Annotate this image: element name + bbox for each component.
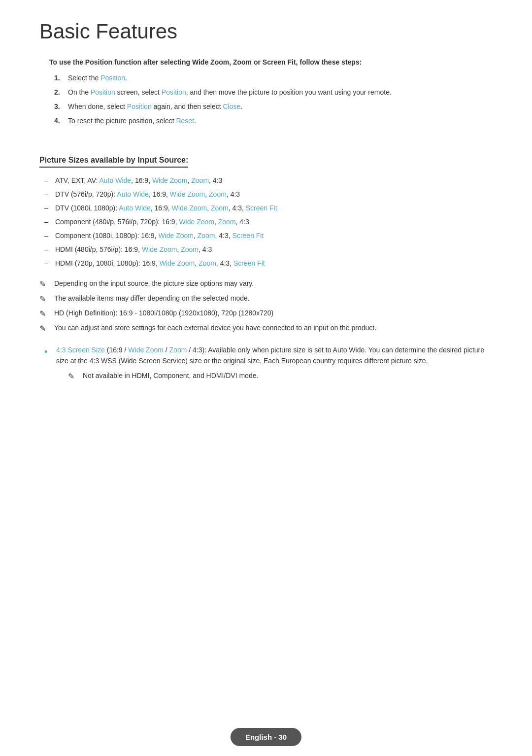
page-footer: English - 30 [231, 728, 301, 746]
step-2-num: 2. [54, 87, 64, 98]
bullet-section: • 4:3 Screen Size (16:9 / Wide Zoom / Zo… [39, 344, 493, 382]
sub-note-icon: ✎ [68, 371, 79, 382]
auto-wide-1[interactable]: Auto Wide [100, 176, 132, 184]
note-2: ✎ The available items may differ dependi… [39, 293, 493, 305]
ordered-steps: 1. Select the Position. 2. On the Positi… [49, 73, 493, 126]
hdmi1-text: HDMI (480i/p, 576i/p): 16:9, Wide Zoom, … [55, 244, 212, 255]
note-icon-3: ✎ [39, 308, 50, 320]
dash-2: – [44, 189, 51, 200]
step-4-num: 4. [54, 116, 64, 126]
zoom-7[interactable]: Zoom [199, 259, 216, 267]
input-source-list: – ATV, EXT, AV: Auto Wide, 16:9, Wide Zo… [39, 175, 493, 269]
reset-link[interactable]: Reset [176, 117, 194, 125]
dash-4: – [44, 217, 51, 227]
instruction-block: To use the Position function after selec… [39, 58, 493, 126]
step-4: 4. To reset the picture position, select… [54, 116, 493, 126]
picture-sizes-section: Picture Sizes available by Input Source:… [39, 141, 493, 382]
wide-zoom-2[interactable]: Wide Zoom [170, 190, 205, 198]
notes-section: ✎ Depending on the input source, the pic… [39, 278, 493, 335]
list-item-comp1: – Component (480i/p, 576i/p, 720p): 16:9… [44, 217, 493, 227]
step-3: 3. When done, select Position again, and… [54, 102, 493, 112]
note-icon-1: ✎ [39, 278, 50, 290]
screen-fit-2[interactable]: Screen Fit [233, 232, 264, 240]
position-link-3[interactable]: Position [162, 88, 186, 96]
screen-fit-3[interactable]: Screen Fit [233, 259, 265, 267]
wide-zoom-3[interactable]: Wide Zoom [172, 204, 207, 212]
dash-1: – [44, 175, 51, 186]
step-2-text: On the Position screen, select Position,… [68, 87, 392, 98]
zoom-2[interactable]: Zoom [209, 190, 227, 198]
list-item-comp2: – Component (1080i, 1080p): 16:9, Wide Z… [44, 231, 493, 241]
step-1-text: Select the Position. [68, 73, 127, 83]
zoom-1[interactable]: Zoom [191, 176, 209, 184]
dtv2-text: DTV (1080i, 1080p): Auto Wide, 16:9, Wid… [55, 203, 277, 213]
hdmi2-text: HDMI (720p, 1080i, 1080p): 16:9, Wide Zo… [55, 258, 265, 269]
note-1-text: Depending on the input source, the pictu… [54, 278, 254, 289]
dash-6: – [44, 244, 51, 255]
position-link-4[interactable]: Position [127, 103, 152, 110]
sub-note-text: Not available in HDMI, Component, and HD… [83, 371, 258, 381]
wide-zoom-1[interactable]: Wide Zoom [152, 176, 188, 184]
step-1: 1. Select the Position. [54, 73, 493, 83]
note-4: ✎ You can adjust and store settings for … [39, 323, 493, 335]
bullet-item-1-text: 4:3 Screen Size (16:9 / Wide Zoom / Zoom… [56, 344, 493, 382]
auto-wide-3[interactable]: Auto Wide [119, 204, 151, 212]
zoom-4[interactable]: Zoom [218, 218, 236, 226]
wide-zoom-6[interactable]: Wide Zoom [142, 245, 177, 253]
zoom-6[interactable]: Zoom [181, 245, 199, 253]
step-3-text: When done, select Position again, and th… [68, 102, 242, 112]
note-1: ✎ Depending on the input source, the pic… [39, 278, 493, 290]
bullet-dot-1: • [44, 345, 51, 359]
close-link[interactable]: Close [223, 103, 240, 110]
zoom-3[interactable]: Zoom [211, 204, 229, 212]
position-link-1[interactable]: Position [100, 74, 125, 82]
page-content: Basic Features To use the Position funct… [0, 0, 532, 437]
note-4-text: You can adjust and store settings for ea… [54, 323, 376, 333]
note-2-text: The available items may differ depending… [54, 293, 250, 304]
list-item-hdmi2: – HDMI (720p, 1080i, 1080p): 16:9, Wide … [44, 258, 493, 269]
instruction-heading: To use the Position function after selec… [49, 58, 493, 66]
zoom-5[interactable]: Zoom [198, 232, 215, 240]
note-3: ✎ HD (High Definition): 16:9 - 1080i/108… [39, 308, 493, 320]
page-title: Basic Features [39, 20, 493, 43]
step-1-num: 1. [54, 73, 64, 83]
list-item-hdmi1: – HDMI (480i/p, 576i/p): 16:9, Wide Zoom… [44, 244, 493, 255]
dtv1-text: DTV (576i/p, 720p): Auto Wide, 16:9, Wid… [55, 189, 240, 200]
list-item-atv: – ATV, EXT, AV: Auto Wide, 16:9, Wide Zo… [44, 175, 493, 186]
picture-sizes-heading: Picture Sizes available by Input Source: [39, 156, 188, 168]
wide-zoom-7[interactable]: Wide Zoom [160, 259, 195, 267]
atv-text: ATV, EXT, AV: Auto Wide, 16:9, Wide Zoom… [55, 175, 222, 186]
list-item-dtv1: – DTV (576i/p, 720p): Auto Wide, 16:9, W… [44, 189, 493, 200]
dash-7: – [44, 258, 51, 269]
wide-zoom-4[interactable]: Wide Zoom [179, 218, 214, 226]
list-item-dtv2: – DTV (1080i, 1080p): Auto Wide, 16:9, W… [44, 203, 493, 213]
note-3-text: HD (High Definition): 16:9 - 1080i/1080p… [54, 308, 273, 318]
note-icon-2: ✎ [39, 293, 50, 305]
comp2-text: Component (1080i, 1080p): 16:9, Wide Zoo… [55, 231, 264, 241]
step-2: 2. On the Position screen, select Positi… [54, 87, 493, 98]
step-4-text: To reset the picture position, select Re… [68, 116, 196, 126]
screen-fit-1[interactable]: Screen Fit [246, 204, 277, 212]
note-icon-4: ✎ [39, 323, 50, 335]
position-link-2[interactable]: Position [91, 88, 115, 96]
screen-size-link-text: 4:3 Screen Size (16:9 / Wide Zoom / Zoom… [56, 346, 484, 365]
wide-zoom-5[interactable]: Wide Zoom [158, 232, 194, 240]
comp1-text: Component (480i/p, 576i/p, 720p): 16:9, … [55, 217, 249, 227]
sub-note-1: ✎ Not available in HDMI, Component, and … [68, 371, 493, 382]
screen-size-link[interactable]: 4:3 Screen Size [56, 346, 105, 354]
bullet-item-1: • 4:3 Screen Size (16:9 / Wide Zoom / Zo… [44, 344, 493, 382]
dash-3: – [44, 203, 51, 213]
zoom-bullet[interactable]: Zoom [169, 346, 187, 354]
step-3-num: 3. [54, 102, 64, 112]
wide-zoom-bullet[interactable]: Wide Zoom [128, 346, 164, 354]
auto-wide-2[interactable]: Auto Wide [117, 190, 149, 198]
dash-5: – [44, 231, 51, 241]
